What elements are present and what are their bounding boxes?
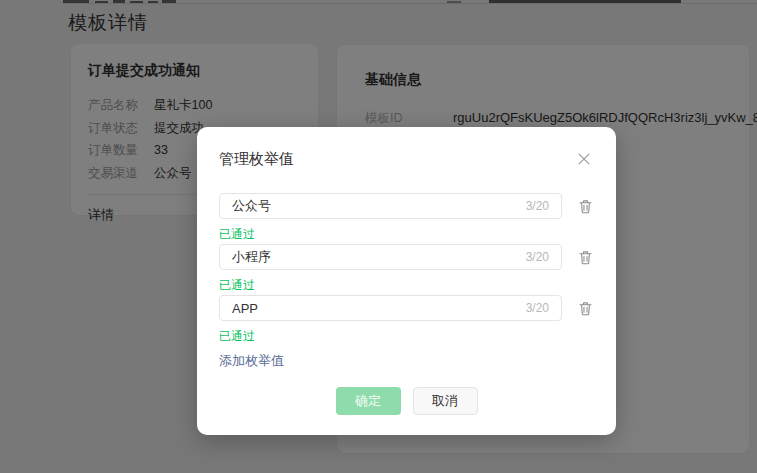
char-counter: 3/20 [526,199,549,213]
enum-value-input[interactable] [232,250,518,265]
modal-title: 管理枚举值 [219,149,294,169]
page: 模板详情 订单提交成功通知 产品名称 星礼卡100 订单状态 提交成功 订单数量… [0,0,757,473]
modal-header: 管理枚举值 [219,149,594,169]
close-icon [575,150,593,168]
enum-value-input-wrap: 3/20 [219,193,562,219]
cancel-button[interactable]: 取消 [413,387,478,415]
enum-row: 3/20 已通过 [219,193,594,242]
manage-enum-modal: 管理枚举值 3/20 已通过 [197,127,616,435]
enum-status-badge: 已通过 [219,226,594,242]
enum-value-input[interactable] [232,301,518,316]
trash-icon [577,300,594,317]
trash-icon [577,198,594,215]
enum-value-input[interactable] [232,199,518,214]
char-counter: 3/20 [526,301,549,315]
enum-value-input-wrap: 3/20 [219,244,562,270]
enum-value-input-wrap: 3/20 [219,295,562,321]
delete-enum-button[interactable] [576,299,594,317]
delete-enum-button[interactable] [576,197,594,215]
enum-status-badge: 已通过 [219,328,594,344]
confirm-button[interactable]: 确定 [336,387,401,415]
enum-row: 3/20 已通过 [219,295,594,344]
enum-row: 3/20 已通过 [219,244,594,293]
enum-status-badge: 已通过 [219,277,594,293]
modal-footer: 确定 取消 [219,387,594,415]
close-button[interactable] [574,149,594,169]
char-counter: 3/20 [526,250,549,264]
trash-icon [577,249,594,266]
add-enum-link[interactable]: 添加枚举值 [219,352,284,370]
delete-enum-button[interactable] [576,248,594,266]
